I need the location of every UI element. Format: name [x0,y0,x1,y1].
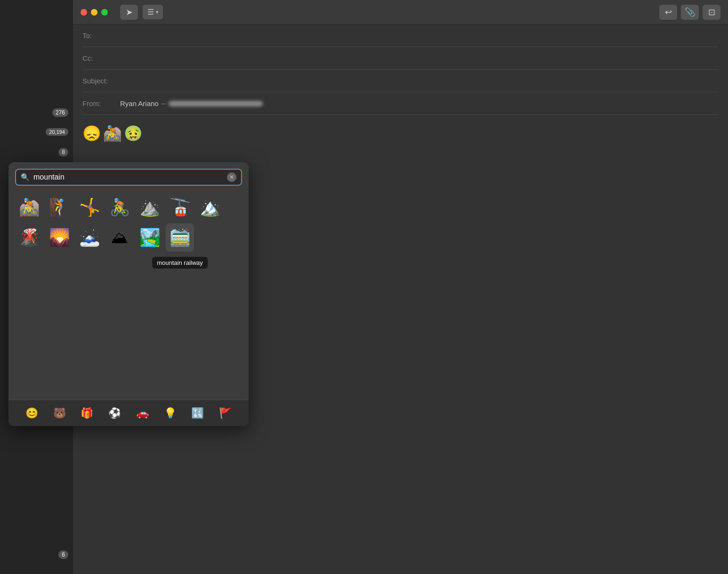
emoji-fuji[interactable]: 🗻 [75,223,104,252]
badge-276: 276 [52,108,68,117]
reply-icon: ↩ [665,7,672,17]
minimize-button[interactable] [91,9,97,16]
compose-fields: To: Cc: Subject: From: Ryan Ariano – [73,25,728,115]
cc-input[interactable] [120,54,719,62]
category-flags[interactable]: 🚩 [216,404,235,423]
emoji-volcano[interactable]: 🌋 [15,223,43,252]
list-button[interactable]: ☰ ▾ [143,5,163,19]
close-button[interactable] [81,9,87,16]
category-sports[interactable]: ⚽ [105,404,124,423]
emoji-climber[interactable]: 🧗 [45,193,73,221]
emoji-cartwheeler[interactable]: 🤸 [75,193,104,221]
send-button[interactable]: ➤ [120,5,138,20]
to-row: To: [82,25,719,47]
emoji-row-2: 🌋 🌄 🗻 ⛰ 🏞️ 🚞 mountain railway [15,223,242,252]
to-label: To: [82,32,120,40]
emoji-tired: 😞 [82,124,101,142]
emoji-mountain-2[interactable]: ⛰ [105,223,134,252]
from-label: From: [82,99,120,107]
subject-input[interactable] [120,77,719,85]
category-symbols[interactable]: 🔣 [188,404,207,423]
emoji-sunrise-mountains[interactable]: 🌄 [45,223,73,252]
list-icon: ☰ [147,8,154,16]
emoji-search-bar: 🔍 ✕ [8,162,249,190]
attachment-button[interactable]: 📎 [681,5,699,20]
clear-search-button[interactable]: ✕ [227,172,236,182]
emoji-mountain[interactable]: ⛰️ [136,193,164,221]
from-row: From: Ryan Ariano – [82,92,719,115]
maximize-button[interactable] [101,9,108,16]
badge-6: 6 [58,550,68,559]
emoji-grid: 🚵 🧗 🤸 🚴 ⛰️ 🚡 🏔️ 🌋 🌄 🗻 ⛰ 🏞️ 🚞 mountain ra… [8,190,249,400]
reply-button[interactable]: ↩ [659,5,677,20]
emoji-picker-panel: 🔍 ✕ 🚵 🧗 🤸 🚴 ⛰️ 🚡 🏔️ 🌋 🌄 🗻 ⛰ 🏞️ 🚞 mountai [8,162,249,426]
attachment-icon: 📎 [685,7,695,17]
from-name: Ryan Ariano [120,99,159,107]
category-ideas[interactable]: 💡 [161,404,179,423]
emoji-national-park[interactable]: 🏞️ [136,223,164,252]
mountain-railway-tooltip: mountain railway [152,257,208,269]
emoji-sick: 🤢 [124,124,143,142]
emoji-aerial-tramway[interactable]: 🚡 [166,193,194,221]
badge-8: 8 [58,148,68,156]
emoji-cyclist[interactable]: 🚴 [105,193,134,221]
emoji-mountain-railway[interactable]: 🚞 mountain railway [166,223,194,252]
more-icon: ⊡ [708,7,715,17]
category-objects[interactable]: 🎁 [78,404,97,423]
emoji-search-input[interactable] [33,173,223,181]
category-smileys[interactable]: 😊 [22,404,41,423]
title-bar: ➤ ☰ ▾ ↩ 📎 ⊡ [73,0,728,25]
emoji-mountain-biker[interactable]: 🚵 [15,193,43,221]
more-button[interactable]: ⊡ [703,5,720,20]
send-icon: ➤ [126,7,133,17]
category-travel[interactable]: 🚗 [133,404,152,423]
from-email-blurred [169,101,263,107]
emoji-categories-bar: 😊 🐻 🎁 ⚽ 🚗 💡 🔣 🚩 [8,400,249,426]
cc-row: Cc: [82,47,719,70]
to-input[interactable] [120,32,719,40]
subject-label: Subject: [82,77,120,85]
emoji-row-1: 🚵 🧗 🤸 🚴 ⛰️ 🚡 🏔️ [15,193,242,221]
badge-20194: 20,194 [46,128,68,136]
from-dash: – [162,99,166,108]
toolbar-right: ↩ 📎 ⊡ [659,5,720,20]
category-animals[interactable]: 🐻 [50,404,69,423]
traffic-lights [81,9,108,16]
emoji-search-container: 🔍 ✕ [15,169,242,186]
emoji-cyclist: 🚵 [103,124,122,142]
subject-row: Subject: [82,70,719,92]
chevron-down-icon: ▾ [156,9,158,15]
search-icon: 🔍 [21,173,30,181]
compose-body[interactable]: 😞 🚵 🤢 [73,115,728,152]
emoji-snowcapped-mountain[interactable]: 🏔️ [196,193,224,221]
cc-label: Cc: [82,54,120,62]
